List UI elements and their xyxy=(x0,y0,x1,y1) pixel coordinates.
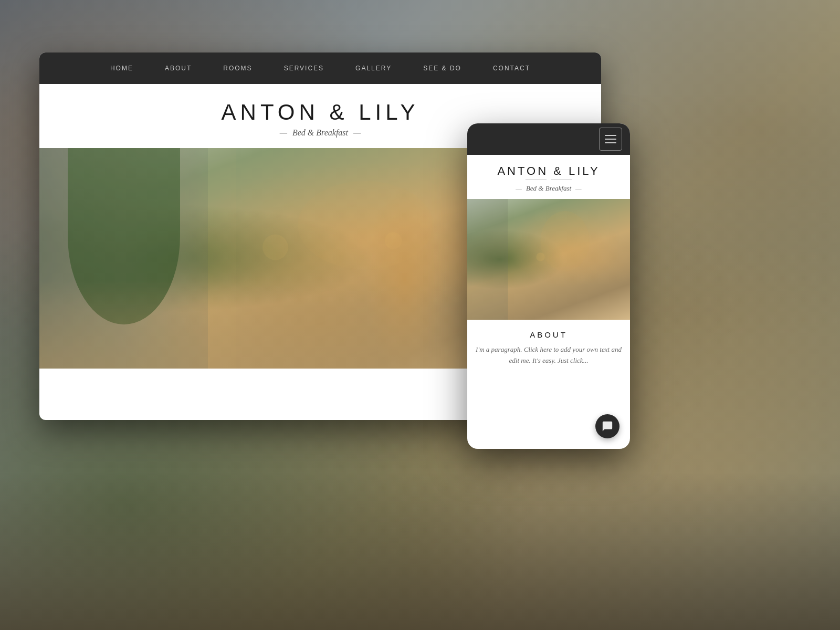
mobile-logo-area: ANTON & LILY Bed & Breakfast xyxy=(467,155,630,199)
hamburger-line-1 xyxy=(605,135,616,136)
nav-gallery[interactable]: GALLERY xyxy=(355,65,392,72)
svg-point-2 xyxy=(298,181,433,269)
mobile-logo-subtitle: Bed & Breakfast xyxy=(467,184,630,193)
mobile-about-paragraph[interactable]: I'm a paragraph. Click here to add your … xyxy=(475,344,622,366)
svg-rect-5 xyxy=(467,199,508,320)
svg-rect-1 xyxy=(208,148,236,369)
mobile-nav xyxy=(467,123,630,155)
divider-line-right xyxy=(551,180,572,180)
mobile-hero-image xyxy=(467,199,630,320)
nav-see-do[interactable]: SEE & DO xyxy=(423,65,461,72)
desktop-logo-area: ANTON & LILY Bed & Breakfast xyxy=(222,84,419,148)
mobile-about-title: ABOUT xyxy=(475,330,622,339)
hamburger-menu-button[interactable] xyxy=(599,128,622,151)
svg-rect-0 xyxy=(39,148,208,369)
logo-divider xyxy=(467,180,630,180)
hamburger-line-2 xyxy=(605,139,616,140)
mobile-mockup: ANTON & LILY Bed & Breakfast ABOUT I'm a… xyxy=(467,123,630,449)
desktop-nav: HOME ABOUT ROOMS SERVICES GALLERY SEE & … xyxy=(39,52,601,84)
mobile-logo-title: ANTON & LILY xyxy=(467,164,630,178)
nav-about[interactable]: ABOUT xyxy=(165,65,192,72)
nav-rooms[interactable]: ROOMS xyxy=(223,65,252,72)
nav-home[interactable]: HOME xyxy=(110,65,133,72)
desktop-logo-subtitle: Bed & Breakfast xyxy=(222,128,419,138)
desktop-logo-title: ANTON & LILY xyxy=(222,100,419,125)
background-furniture xyxy=(0,472,840,630)
chat-icon xyxy=(602,421,613,432)
svg-point-7 xyxy=(536,253,544,261)
hamburger-line-3 xyxy=(605,142,616,143)
mobile-content: ANTON & LILY Bed & Breakfast ABOUT I'm a… xyxy=(467,155,630,372)
divider-line-left xyxy=(526,180,547,180)
nav-contact[interactable]: CONTACT xyxy=(493,65,530,72)
nav-services[interactable]: SERVICES xyxy=(284,65,324,72)
svg-point-3 xyxy=(262,235,288,260)
chat-button[interactable] xyxy=(595,414,620,438)
mobile-about-section: ABOUT I'm a paragraph. Click here to add… xyxy=(467,320,630,372)
svg-point-4 xyxy=(385,232,402,249)
mobile-hero-svg xyxy=(467,199,630,320)
svg-point-6 xyxy=(541,211,590,271)
mobile-hero-image-sim xyxy=(467,199,630,320)
